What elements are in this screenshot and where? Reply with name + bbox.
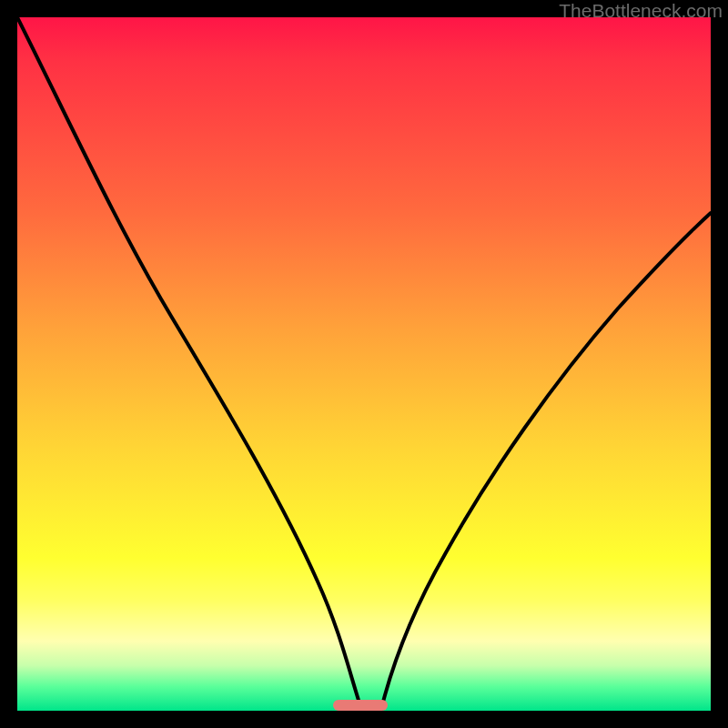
bottleneck-curve xyxy=(17,17,711,711)
plot-area xyxy=(17,17,711,711)
result-marker-pill xyxy=(333,700,388,711)
curve-right-branch xyxy=(381,213,711,709)
watermark-text: TheBottleneck.com xyxy=(559,0,723,22)
curve-left-branch xyxy=(17,17,361,709)
chart-frame: TheBottleneck.com xyxy=(0,0,728,728)
